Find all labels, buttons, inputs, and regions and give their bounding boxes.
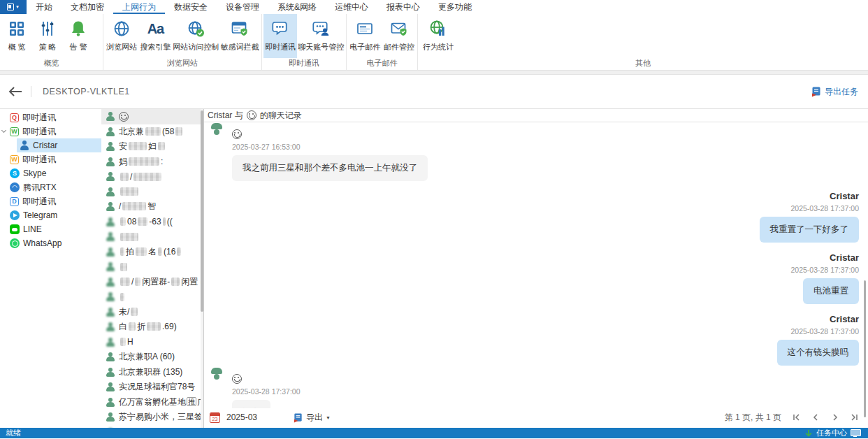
message-bubble: 我之前用三星和那个差不多电池一上午就没了 — [232, 155, 428, 181]
contact-row[interactable] — [101, 185, 203, 200]
overview-button[interactable]: 概 览 — [1, 14, 32, 58]
contact-name-text: (16 — [164, 247, 175, 257]
monitor-icon[interactable] — [851, 429, 860, 437]
email-button[interactable]: 电子邮件 — [348, 14, 382, 58]
contact-row[interactable]: 苏宁易购小米，三星签聚购... — [101, 410, 203, 425]
last-page-button[interactable] — [850, 412, 860, 422]
sensitive-word-block-button[interactable]: 敏感词拦截 — [219, 14, 260, 58]
tab-data-security[interactable]: 数据安全 — [165, 0, 217, 14]
alert-button[interactable]: 告 警 — [63, 14, 94, 58]
contact-row[interactable] — [101, 289, 203, 305]
contact-name-text: 闲置群- — [142, 277, 170, 287]
task-center-button[interactable]: 任务中心 — [804, 428, 860, 438]
next-page-button[interactable] — [830, 412, 840, 422]
calendar-icon[interactable]: 23 — [210, 412, 220, 423]
contact-label: 亿万富翁孵化基地推广 (3... — [119, 396, 203, 408]
sidebar-item-whatsapp[interactable]: WhatsApp — [0, 236, 101, 250]
tab-report-center[interactable]: 报表中心 — [377, 0, 429, 14]
contact-name-text: 白 — [119, 322, 127, 331]
redacted-text — [133, 173, 161, 181]
chevron-down-icon: ▼ — [15, 5, 20, 9]
tab-start[interactable]: 开始 — [27, 0, 62, 14]
redacted-text — [120, 247, 124, 256]
contact-row[interactable] — [101, 109, 203, 124]
contact-row[interactable]: 妈: — [101, 154, 203, 170]
back-button[interactable] — [0, 85, 31, 98]
back-arrow-icon — [8, 85, 23, 98]
first-page-button[interactable] — [791, 412, 801, 422]
globe-check-icon — [187, 17, 205, 41]
app-menu-button[interactable]: ▼ — [0, 0, 27, 14]
sender-name: Cristar — [210, 314, 859, 324]
avatar — [210, 129, 223, 181]
contacts-scrollbar-thumb[interactable] — [201, 110, 203, 312]
chat-panel: Cristar 与 的聊天记录 2025-03-27 16:53:00 我之前用… — [204, 109, 868, 428]
contact-row[interactable]: 亿万富翁孵化基地推广 (3... — [101, 395, 203, 410]
search-engine-button[interactable]: Aa 搜索引擎 — [138, 14, 172, 58]
tab-ops-center[interactable]: 运维中心 — [326, 0, 377, 14]
chat-scrollbar-thumb[interactable] — [864, 280, 866, 417]
contacts-scrollbar[interactable] — [201, 109, 203, 428]
sender-name-row — [232, 373, 301, 384]
sidebar-item-im-w-green[interactable]: W 即时通讯 — [0, 124, 101, 138]
instant-messaging-button[interactable]: 即时通讯 — [263, 14, 297, 58]
browse-websites-button[interactable]: 浏览网站 — [105, 14, 138, 58]
redacted-text — [158, 247, 162, 256]
bell-icon — [69, 17, 87, 41]
telegram-icon — [10, 210, 20, 220]
group-label: 其他 — [418, 58, 868, 70]
message-content: 2025-03-28 17:37:00 没有 — [232, 373, 301, 409]
export-tasks-button[interactable]: 导出任务 — [811, 86, 858, 98]
export-button[interactable]: 导出 ▼ — [293, 412, 331, 424]
export-tasks-label: 导出任务 — [825, 86, 858, 98]
contact-row[interactable]: 北京兼职A (60) — [101, 350, 203, 365]
sidebar-item-telegram[interactable]: Telegram — [0, 208, 101, 222]
behavior-statistics-button[interactable]: 行为统计 — [419, 14, 457, 58]
sidebar-item-skype[interactable]: S Skype — [0, 166, 101, 180]
message-time: 2025-03-28 17:37:00 — [210, 266, 859, 274]
search-aa-icon: Aa — [147, 17, 164, 41]
sidebar-item-label: Skype — [23, 168, 46, 178]
previous-page-button[interactable] — [811, 412, 820, 422]
mail-control-button[interactable]: 邮件管控 — [382, 14, 417, 58]
sidebar-item-im-q[interactable]: Q 即时通讯 — [0, 110, 101, 124]
contact-row[interactable]: /智 — [101, 199, 203, 215]
tab-more-functions[interactable]: 更多功能 — [429, 0, 481, 14]
message-time: 2025-03-28 17:37:00 — [210, 327, 859, 336]
contact-row[interactable]: 未/ — [101, 305, 203, 320]
sidebar-item-tencent-rtx[interactable]: ◠ 腾讯RTX — [0, 180, 101, 194]
sidebar-item-line[interactable]: LINE — [0, 222, 101, 236]
tab-device-management[interactable]: 设备管理 — [217, 0, 268, 14]
contact-row[interactable] — [101, 229, 203, 245]
sidebar-item-im-d[interactable]: D 即时通讯 — [0, 194, 101, 208]
group-label: 概览 — [0, 58, 103, 70]
month-picker[interactable]: 2025-03 — [226, 412, 257, 422]
contact-row[interactable]: 实况足球福利官78号 — [101, 380, 203, 395]
sidebar-item-label: 腾讯RTX — [23, 182, 57, 194]
contact-row[interactable]: / — [101, 169, 203, 185]
contact-row[interactable]: /闲置群-闲置 (... — [101, 275, 203, 290]
tab-doc-encryption[interactable]: 文档加密 — [62, 0, 113, 14]
sidebar-item-cristar[interactable]: Cristar — [17, 138, 101, 152]
website-access-control-button[interactable]: 网站访问控制 — [173, 14, 219, 58]
sidebar-item-im-w-orange[interactable]: W 即时通讯 — [0, 152, 101, 166]
chat-account-control-button[interactable]: 聊天账号管控 — [297, 14, 345, 58]
contact-row[interactable]: 白折.69) — [101, 319, 203, 335]
policy-button[interactable]: 策 略 — [32, 14, 63, 58]
contact-row[interactable] — [101, 425, 203, 429]
contact-row[interactable]: 安妇 — [101, 139, 203, 154]
contact-row[interactable]: 北京兼(58 — [101, 124, 203, 140]
redacted-text — [163, 217, 166, 226]
chevron-expanded-icon[interactable] — [1, 128, 6, 133]
ribbon-group-overview: 概 览 策 略 告 警 概览 — [0, 14, 103, 70]
whatsapp-icon — [10, 238, 20, 248]
contact-row[interactable] — [101, 259, 203, 275]
contact-row[interactable]: 08-63(( — [101, 215, 203, 230]
contact-row[interactable]: H — [101, 335, 203, 350]
contact-row[interactable]: 北京兼职群 (135) — [101, 365, 203, 380]
contact-label — [119, 187, 140, 196]
message-sent: Cristar 2025-03-28 17:37:00 电池重置 — [210, 252, 859, 304]
tab-system-network[interactable]: 系统&网络 — [268, 0, 326, 14]
contact-row[interactable]: 拍名(16 — [101, 245, 203, 260]
tab-internet-behavior[interactable]: 上网行为 — [113, 0, 165, 14]
